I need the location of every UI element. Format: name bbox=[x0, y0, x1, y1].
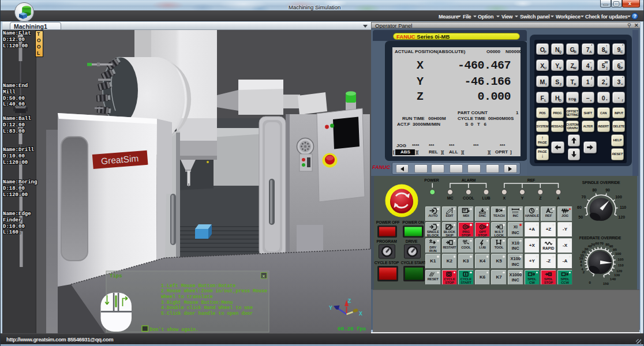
svg-text:X: X bbox=[503, 196, 506, 200]
svg-text:A: A bbox=[557, 196, 560, 200]
svg-text:Don't show again.: Don't show again. bbox=[150, 327, 199, 332]
svg-text:POWER OFF: POWER OFF bbox=[376, 220, 400, 224]
svg-text:COOL: COOL bbox=[463, 196, 474, 200]
svg-text:105: 105 bbox=[617, 257, 624, 261]
svg-text:Tips: Tips bbox=[110, 273, 122, 279]
svg-text:Y: Y bbox=[521, 196, 524, 200]
svg-text:DRIVE: DRIVE bbox=[406, 239, 418, 243]
svg-text:Y: Y bbox=[329, 305, 332, 311]
svg-text:150: 150 bbox=[603, 281, 609, 285]
svg-text:70: 70 bbox=[600, 241, 604, 245]
svg-text:PROGRAM: PROGRAM bbox=[376, 239, 397, 243]
svg-text:120: 120 bbox=[618, 215, 625, 219]
svg-text:120: 120 bbox=[616, 269, 623, 273]
svg-text:POWER: POWER bbox=[424, 178, 439, 182]
svg-text:CYCLE STOP: CYCLE STOP bbox=[375, 261, 399, 265]
svg-text:80: 80 bbox=[592, 188, 597, 192]
svg-text:SPINDLE OVERRIDE: SPINDLE OVERRIDE bbox=[582, 180, 620, 185]
svg-text:4.Double click Hand Wheel to u: 4.Double click Hand Wheel to use bbox=[161, 305, 253, 310]
svg-text:100: 100 bbox=[615, 251, 621, 255]
svg-text:1.Left Mouse Button:Rotate: 1.Left Mouse Button:Rotate bbox=[161, 283, 235, 288]
svg-text:X: X bbox=[359, 311, 362, 317]
svg-text:5.Click door handle to open do: 5.Click door handle to open door bbox=[161, 311, 253, 316]
svg-text:4: 4 bbox=[581, 267, 583, 271]
svg-text:110: 110 bbox=[620, 205, 626, 209]
svg-text:6: 6 bbox=[581, 263, 583, 267]
svg-text:110: 110 bbox=[618, 263, 624, 267]
svg-text:140: 140 bbox=[610, 277, 616, 281]
svg-text:FEEDRATE OVERRIDE: FEEDRATE OVERRIDE bbox=[579, 236, 621, 240]
svg-text:60: 60 bbox=[596, 241, 600, 245]
svg-text:Wheel to translate: Wheel to translate bbox=[161, 294, 213, 299]
svg-text:Z: Z bbox=[539, 196, 542, 200]
svg-text:POWER ON: POWER ON bbox=[402, 220, 424, 224]
svg-text:x: x bbox=[263, 273, 265, 279]
svg-text:CYCLE START: CYCLE START bbox=[401, 261, 427, 265]
svg-text:60: 60 bbox=[577, 205, 582, 209]
svg-text:MC: MC bbox=[447, 196, 454, 200]
svg-text:3.Right Mouse Button:Menu: 3.Right Mouse Button:Menu bbox=[161, 300, 233, 305]
svg-text:0: 0 bbox=[589, 280, 591, 284]
svg-text:60.26 fps: 60.26 fps bbox=[338, 326, 366, 332]
svg-text:2.Mouse Wheel:Zoom in/out,pres: 2.Mouse Wheel:Zoom in/out,press Mouse bbox=[161, 288, 267, 294]
svg-text:Z: Z bbox=[348, 298, 351, 304]
svg-text:8: 8 bbox=[580, 260, 582, 264]
svg-text:100: 100 bbox=[615, 195, 622, 199]
svg-text:90: 90 bbox=[605, 188, 610, 192]
svg-text:50: 50 bbox=[578, 215, 583, 219]
svg-text:ALARM: ALARM bbox=[462, 178, 476, 182]
svg-text:130: 130 bbox=[614, 273, 620, 277]
svg-text:70: 70 bbox=[582, 195, 586, 199]
svg-text:LUB: LUB bbox=[482, 196, 491, 200]
svg-text:REF: REF bbox=[527, 178, 536, 182]
